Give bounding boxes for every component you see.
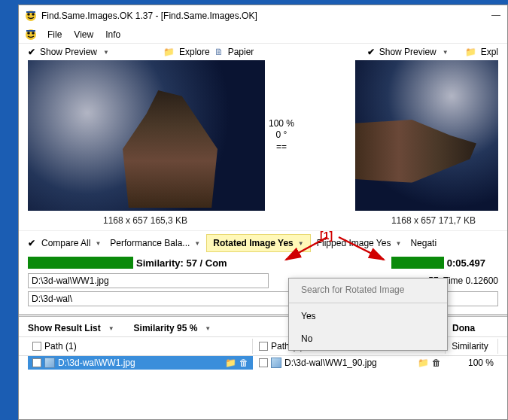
chevron-down-icon: ▼: [95, 240, 101, 247]
checkbox[interactable]: [259, 342, 268, 351]
negati-label: Negati: [410, 238, 437, 248]
explore-right-label[interactable]: Expl: [481, 47, 498, 57]
progress-left: [28, 257, 133, 269]
svg-point-1: [27, 13, 30, 16]
match-rotation: 0 °: [265, 129, 298, 142]
separator: [289, 303, 447, 303]
compare-all-label: Compare All: [41, 238, 90, 248]
row1-sim: 100 %: [468, 358, 494, 368]
chevron-down-icon[interactable]: ▼: [103, 49, 109, 56]
row1-path1: D:\3d-wal\WW1.jpg: [58, 358, 135, 368]
progress-right: [391, 257, 444, 269]
row1-path2: D:\3d-wal\WW1_90.jpg: [284, 358, 377, 368]
performance-label: Performance Bala...: [110, 238, 190, 248]
explore-label[interactable]: Explore: [179, 47, 210, 57]
check-icon: ✔: [28, 238, 35, 248]
chevron-down-icon[interactable]: ▼: [108, 325, 114, 332]
svg-point-5: [27, 32, 30, 35]
folder-icon[interactable]: 📁: [418, 358, 429, 368]
dropdown-yes[interactable]: Yes: [289, 305, 447, 327]
similarity-bar: Similarity: 57 / Com 0:05.497: [19, 257, 507, 269]
compare-all-button[interactable]: Compare All ▼: [38, 236, 104, 250]
match-percent: 100 %: [265, 118, 298, 130]
checkbox[interactable]: [32, 342, 41, 351]
similarity-text: Similarity: 57 / Com: [133, 257, 230, 269]
minimize-button[interactable]: —: [491, 10, 501, 20]
dropdown-title: Search for Rotated Image: [289, 278, 447, 301]
show-preview-right[interactable]: Show Preview: [379, 47, 437, 57]
chevron-down-icon[interactable]: ▼: [205, 325, 211, 332]
image-file-icon: [44, 358, 55, 368]
app-icon: [25, 10, 37, 22]
time-text: 0:05.497: [444, 257, 488, 269]
match-compare: ==: [265, 142, 298, 154]
app-window: Find.Same.Images.OK 1.37 - [Find.Same.Im…: [18, 5, 508, 420]
cell-similarity: 100 %: [447, 356, 498, 370]
table-row[interactable]: D:\3d-wal\WW1.jpg 📁 🗑 D:\3d-wal\WW1_90.j…: [19, 356, 507, 370]
show-result-list[interactable]: Show Result List: [28, 323, 101, 333]
menu-view[interactable]: View: [69, 28, 98, 41]
show-preview-left[interactable]: Show Preview: [40, 47, 97, 57]
options-row: ✔ Compare All ▼ Performance Bala... ▼ Ro…: [19, 230, 507, 255]
checkbox[interactable]: [32, 358, 41, 367]
path1-input[interactable]: [28, 273, 269, 288]
menu-bar: File View Info: [19, 26, 507, 44]
svg-point-2: [32, 13, 35, 16]
chevron-down-icon: ▼: [395, 240, 401, 247]
rotated-image-button[interactable]: Rotated Image Yes ▼: [206, 234, 310, 252]
svg-rect-7: [26, 30, 35, 32]
preview-right: [355, 60, 498, 211]
col-path1[interactable]: Path (1): [28, 339, 253, 354]
preview-area: 100 % 0 ° ==: [19, 60, 507, 211]
delete-icon[interactable]: 🗑: [239, 358, 248, 368]
dropdown-no[interactable]: No: [289, 327, 447, 350]
info-left: 1168 x 657 165,3 KB: [103, 215, 187, 226]
chevron-down-icon: ▼: [298, 240, 304, 247]
preview-image-left: [28, 60, 265, 211]
rotated-dropdown-menu: Search for Rotated Image Yes No: [288, 278, 448, 351]
delete-icon[interactable]: 🗑: [432, 358, 441, 368]
chevron-down-icon[interactable]: ▼: [443, 49, 449, 56]
match-info: 100 % 0 ° ==: [265, 118, 298, 154]
info-right: 1168 x 657 171,7 KB: [391, 215, 476, 226]
folder-icon[interactable]: 📁: [225, 358, 236, 368]
col-sim-label: Similarity: [452, 341, 488, 352]
col-path1-label: Path (1): [44, 341, 77, 352]
col-similarity[interactable]: Similarity: [447, 339, 498, 354]
preview-left: [28, 60, 265, 211]
image-file-icon: [271, 358, 281, 368]
negative-button[interactable]: Negati: [407, 236, 440, 250]
flipped-label: Flipped Image Yes: [317, 238, 391, 248]
checkbox[interactable]: [259, 358, 268, 367]
app-icon-small: [25, 29, 37, 41]
window-title: Find.Same.Images.OK 1.37 - [Find.Same.Im…: [41, 11, 257, 21]
performance-button[interactable]: Performance Bala... ▼: [107, 236, 203, 250]
preview-info: 1168 x 657 165,3 KB 1168 x 657 171,7 KB: [19, 211, 507, 230]
check-icon: ✔: [367, 47, 375, 57]
menu-file[interactable]: File: [43, 28, 66, 41]
chevron-down-icon: ▼: [194, 240, 200, 247]
check-icon: ✔: [28, 47, 35, 57]
donate-label[interactable]: Dona: [452, 323, 475, 333]
preview-image-right: [355, 60, 498, 211]
rotated-label: Rotated Image Yes: [213, 238, 294, 248]
folder-icon[interactable]: 📁: [163, 47, 175, 57]
paper-icon[interactable]: 🗎: [214, 47, 224, 57]
menu-info[interactable]: Info: [101, 28, 125, 41]
svg-rect-3: [26, 11, 35, 13]
flipped-image-button[interactable]: Flipped Image Yes ▼: [314, 236, 405, 250]
folder-icon[interactable]: 📁: [465, 47, 476, 57]
cell-path1: D:\3d-wal\WW1.jpg 📁 🗑: [28, 356, 253, 370]
cell-path2: D:\3d-wal\WW1_90.jpg 📁 🗑: [254, 356, 446, 370]
papier-label[interactable]: Papier: [228, 47, 254, 57]
similarity-filter[interactable]: Similarity 95 %: [134, 323, 198, 333]
svg-point-6: [32, 32, 35, 35]
title-bar: Find.Same.Images.OK 1.37 - [Find.Same.Im…: [19, 5, 507, 26]
preview-header: ✔ Show Preview ▼ 📁 Explore 🗎 Papier ✔ Sh…: [19, 44, 507, 60]
